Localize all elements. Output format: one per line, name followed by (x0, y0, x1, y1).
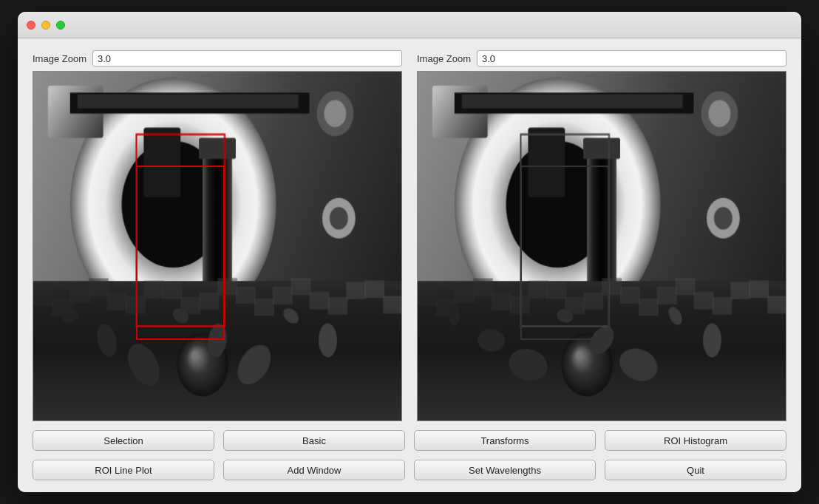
title-bar (18, 12, 801, 38)
maximize-button[interactable] (56, 21, 65, 30)
set-wavelengths-button[interactable]: Set Wavelengths (414, 460, 596, 480)
right-image-container[interactable] (417, 71, 786, 421)
selection-button[interactable]: Selection (33, 430, 214, 451)
left-image-panel: Image Zoom (33, 50, 402, 421)
quit-button[interactable]: Quit (605, 460, 786, 480)
add-window-button[interactable]: Add Window (223, 460, 405, 480)
right-image-panel: Image Zoom (417, 50, 786, 421)
basic-button[interactable]: Basic (223, 430, 405, 451)
roi-line-plot-button[interactable]: ROI Line Plot (33, 460, 214, 480)
traffic-lights (27, 21, 65, 30)
content-area: Image Zoom Image Zoom (18, 38, 801, 492)
transforms-button[interactable]: Transforms (414, 430, 596, 451)
images-row: Image Zoom Image Zoom (33, 50, 786, 421)
left-zoom-input[interactable] (92, 50, 402, 67)
left-image-container[interactable] (33, 71, 402, 421)
right-zoom-input[interactable] (477, 50, 786, 67)
minimize-button[interactable] (41, 21, 50, 30)
button-row-2: ROI Line Plot Add Window Set Wavelengths… (33, 460, 786, 480)
left-image-canvas (33, 72, 401, 420)
button-row-1: Selection Basic Transforms ROI Histogram (33, 430, 786, 451)
right-image-canvas (418, 72, 786, 420)
close-button[interactable] (27, 21, 35, 30)
roi-histogram-button[interactable]: ROI Histogram (605, 430, 786, 451)
right-zoom-row: Image Zoom (417, 50, 786, 67)
left-zoom-row: Image Zoom (33, 50, 402, 67)
main-window: Image Zoom Image Zoom (18, 12, 801, 492)
right-zoom-label: Image Zoom (417, 53, 471, 64)
left-zoom-label: Image Zoom (33, 53, 86, 64)
